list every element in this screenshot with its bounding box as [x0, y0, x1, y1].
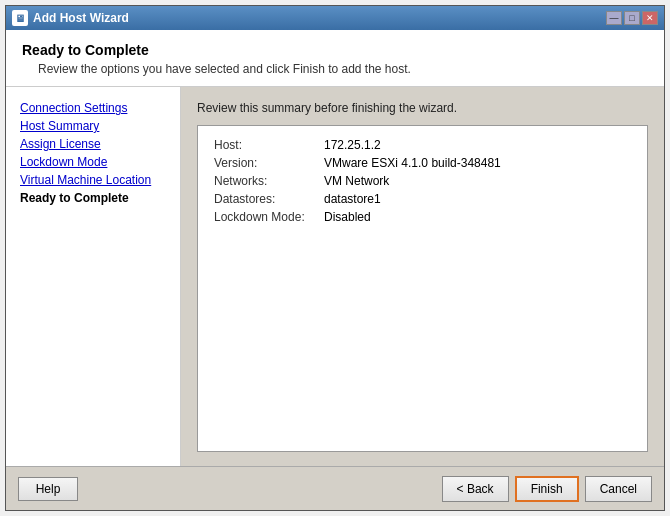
- footer: Help < Back Finish Cancel: [6, 466, 664, 510]
- summary-key: Datastores:: [210, 190, 320, 208]
- title-bar-left: 🖥 Add Host Wizard: [12, 10, 129, 26]
- sidebar-item-virtual-machine-location[interactable]: Virtual Machine Location: [20, 173, 166, 187]
- summary-table: Host:172.25.1.2Version:VMware ESXi 4.1.0…: [210, 136, 635, 226]
- page-description: Review the options you have selected and…: [38, 62, 648, 76]
- page-title: Ready to Complete: [22, 42, 648, 58]
- table-row: Host:172.25.1.2: [210, 136, 635, 154]
- summary-key: Version:: [210, 154, 320, 172]
- summary-value: datastore1: [320, 190, 635, 208]
- add-host-wizard-window: 🖥 Add Host Wizard — □ ✕ Ready to Complet…: [5, 5, 665, 511]
- back-button[interactable]: < Back: [442, 476, 509, 502]
- help-button[interactable]: Help: [18, 477, 78, 501]
- summary-box: Host:172.25.1.2Version:VMware ESXi 4.1.0…: [197, 125, 648, 452]
- sidebar-link-assign-license[interactable]: Assign License: [20, 137, 101, 151]
- summary-label: Review this summary before finishing the…: [197, 101, 648, 115]
- window-icon: 🖥: [12, 10, 28, 26]
- table-row: Version:VMware ESXi 4.1.0 build-348481: [210, 154, 635, 172]
- summary-key: Host:: [210, 136, 320, 154]
- sidebar-item-connection-settings[interactable]: Connection Settings: [20, 101, 166, 115]
- sidebar-link-connection-settings[interactable]: Connection Settings: [20, 101, 127, 115]
- maximize-button[interactable]: □: [624, 11, 640, 25]
- sidebar-link-host-summary[interactable]: Host Summary: [20, 119, 99, 133]
- sidebar-link-lockdown-mode[interactable]: Lockdown Mode: [20, 155, 107, 169]
- footer-right-buttons: < Back Finish Cancel: [442, 476, 652, 502]
- summary-value: VM Network: [320, 172, 635, 190]
- summary-key: Lockdown Mode:: [210, 208, 320, 226]
- finish-button[interactable]: Finish: [515, 476, 579, 502]
- minimize-button[interactable]: —: [606, 11, 622, 25]
- main-panel: Review this summary before finishing the…: [181, 87, 664, 466]
- summary-value: 172.25.1.2: [320, 136, 635, 154]
- sidebar-item-assign-license[interactable]: Assign License: [20, 137, 166, 151]
- sidebar-item-ready-to-complete: Ready to Complete: [20, 191, 166, 205]
- table-row: Datastores:datastore1: [210, 190, 635, 208]
- window-title: Add Host Wizard: [33, 11, 129, 25]
- cancel-button[interactable]: Cancel: [585, 476, 652, 502]
- sidebar-active-ready-to-complete: Ready to Complete: [20, 191, 129, 205]
- sidebar-item-lockdown-mode[interactable]: Lockdown Mode: [20, 155, 166, 169]
- table-row: Lockdown Mode:Disabled: [210, 208, 635, 226]
- sidebar: Connection Settings Host Summary Assign …: [6, 87, 181, 466]
- title-controls: — □ ✕: [606, 11, 658, 25]
- summary-key: Networks:: [210, 172, 320, 190]
- summary-value: Disabled: [320, 208, 635, 226]
- header-section: Ready to Complete Review the options you…: [6, 30, 664, 87]
- sidebar-item-host-summary[interactable]: Host Summary: [20, 119, 166, 133]
- close-button[interactable]: ✕: [642, 11, 658, 25]
- title-bar: 🖥 Add Host Wizard — □ ✕: [6, 6, 664, 30]
- table-row: Networks:VM Network: [210, 172, 635, 190]
- content-area: Connection Settings Host Summary Assign …: [6, 87, 664, 466]
- sidebar-link-virtual-machine-location[interactable]: Virtual Machine Location: [20, 173, 151, 187]
- summary-value: VMware ESXi 4.1.0 build-348481: [320, 154, 635, 172]
